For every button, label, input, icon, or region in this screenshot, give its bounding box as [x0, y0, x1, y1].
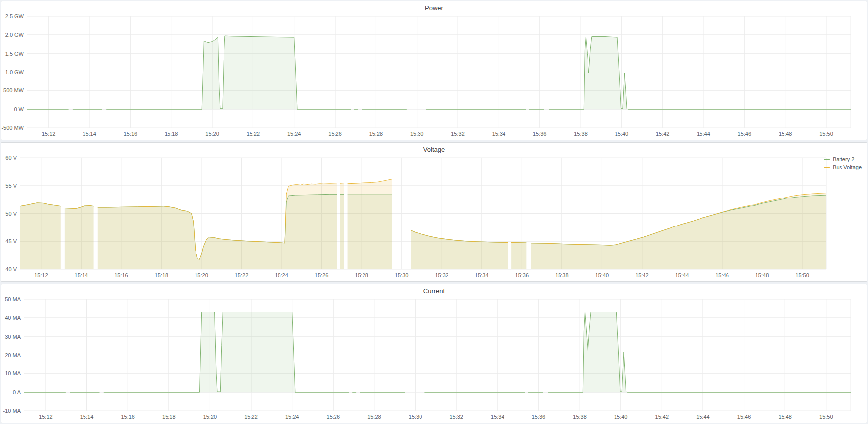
- x-tick-label: 15:50: [819, 131, 833, 137]
- x-tick-label: 15:48: [779, 131, 792, 137]
- x-tick-label: 15:50: [819, 414, 833, 420]
- x-tick-label: 15:44: [675, 272, 689, 278]
- series-line-current: [24, 312, 851, 393]
- x-tick-label: 15:14: [80, 414, 94, 420]
- x-axis-labels: 15:1215:1415:1615:1815:2015:2215:2415:26…: [39, 414, 833, 420]
- x-tick-label: 15:38: [574, 131, 588, 137]
- series-fill-power: [27, 36, 851, 109]
- x-tick-label: 15:28: [369, 131, 383, 137]
- x-axis-labels: 15:1215:1415:1615:1815:2015:2215:2415:26…: [42, 131, 833, 137]
- series-fill-bus-voltage: [20, 179, 826, 269]
- series-line-power: [27, 36, 851, 109]
- y-tick-label: 30 MA: [5, 334, 21, 339]
- x-tick-label: 15:42: [656, 131, 670, 137]
- panel-voltage: 15:1215:1415:1615:1815:2015:2215:2415:26…: [1, 142, 867, 282]
- x-tick-label: 15:22: [247, 131, 260, 137]
- x-tick-label: 15:26: [315, 272, 329, 278]
- x-tick-label: 15:44: [697, 131, 710, 137]
- x-tick-label: 15:38: [555, 272, 569, 278]
- x-tick-label: 15:14: [75, 272, 88, 278]
- legend-item-bus-voltage[interactable]: Bus Voltage: [824, 164, 862, 170]
- x-tick-label: 15:18: [155, 272, 168, 278]
- x-tick-label: 15:42: [655, 414, 669, 420]
- x-tick-label: 15:24: [287, 131, 301, 137]
- y-axis-labels: 2.5 GW2.0 GW1.5 GW1.0 GW500 MW0 W-500 MW: [1, 13, 24, 131]
- y-tick-label: -500 MW: [1, 125, 24, 131]
- x-tick-label: 15:46: [737, 414, 751, 420]
- y-tick-label: 2.5 GW: [5, 13, 24, 19]
- y-tick-label: 45 V: [5, 238, 17, 244]
- current-chart-plot[interactable]: 15:1215:1415:1615:1815:2015:2215:2415:26…: [1, 284, 867, 423]
- x-tick-label: 15:14: [83, 131, 96, 137]
- x-tick-label: 15:28: [355, 272, 368, 278]
- x-tick-label: 15:20: [203, 414, 217, 420]
- y-tick-label: 1.0 GW: [5, 69, 24, 75]
- y-tick-label: 0 A: [13, 389, 21, 395]
- x-tick-label: 15:34: [492, 131, 506, 137]
- y-tick-label: 0 W: [14, 106, 24, 112]
- power-chart-plot[interactable]: 15:1215:1415:1615:1815:2015:2215:2415:26…: [1, 1, 867, 140]
- series-color-swatch-icon: [824, 159, 830, 160]
- y-axis-labels: 60 V55 V50 V45 V40 V: [5, 155, 17, 272]
- panel-title-voltage[interactable]: Voltage: [1, 146, 867, 153]
- x-tick-label: 15:50: [795, 272, 809, 278]
- x-tick-label: 15:16: [124, 131, 138, 137]
- y-tick-label: 1.5 GW: [5, 51, 24, 57]
- x-tick-label: 15:12: [39, 414, 53, 420]
- x-tick-label: 15:48: [756, 272, 769, 278]
- x-tick-label: 15:20: [205, 131, 219, 137]
- dashboard: { "colors": { "page_bg": "#eef1f5", "pan…: [0, 0, 868, 424]
- series-color-swatch-icon: [824, 167, 830, 168]
- y-tick-label: 50 MA: [5, 296, 21, 302]
- x-tick-label: 15:42: [635, 272, 649, 278]
- y-tick-label: 10 MA: [5, 370, 21, 376]
- x-tick-label: 15:40: [614, 414, 628, 420]
- x-tick-label: 15:28: [367, 414, 381, 420]
- x-tick-label: 15:36: [532, 414, 546, 420]
- voltage-chart-plot[interactable]: 15:1215:1415:1615:1815:2015:2215:2415:26…: [1, 143, 867, 281]
- legend-item-label: Bus Voltage: [833, 164, 862, 170]
- grid-lines: [24, 299, 851, 411]
- panel-title-power[interactable]: Power: [1, 4, 867, 12]
- y-tick-label: 55 V: [5, 183, 17, 189]
- y-tick-label: 500 MW: [3, 87, 24, 93]
- panel-power: 15:1215:1415:1615:1815:2015:2215:2415:26…: [1, 1, 867, 140]
- x-tick-label: 15:16: [114, 272, 128, 278]
- y-tick-label: -10 MA: [3, 408, 21, 414]
- x-tick-label: 15:18: [162, 414, 176, 420]
- x-tick-label: 15:26: [328, 131, 342, 137]
- x-tick-label: 15:32: [435, 272, 448, 278]
- x-tick-label: 15:36: [533, 131, 547, 137]
- x-tick-label: 15:30: [410, 131, 424, 137]
- x-tick-label: 15:34: [491, 414, 504, 420]
- x-tick-label: 15:20: [195, 272, 208, 278]
- x-tick-label: 15:24: [285, 414, 299, 420]
- y-tick-label: 60 V: [5, 155, 17, 161]
- x-tick-label: 15:48: [778, 414, 792, 420]
- x-tick-label: 15:22: [235, 272, 249, 278]
- y-axis-labels: 50 MA40 MA30 MA20 MA10 MA0 A-10 MA: [3, 296, 21, 414]
- panel-title-current[interactable]: Current: [1, 287, 867, 295]
- x-axis-labels: 15:1215:1415:1615:1815:2015:2215:2415:26…: [34, 272, 809, 278]
- x-tick-label: 15:16: [121, 414, 135, 420]
- x-tick-label: 15:38: [573, 414, 587, 420]
- x-tick-label: 15:46: [715, 272, 729, 278]
- x-tick-label: 15:30: [395, 272, 409, 278]
- y-tick-label: 50 V: [5, 211, 17, 217]
- x-tick-label: 15:40: [615, 131, 629, 137]
- x-tick-label: 15:44: [696, 414, 710, 420]
- x-tick-label: 15:24: [275, 272, 288, 278]
- grid-lines: [27, 16, 851, 128]
- x-tick-label: 15:32: [451, 131, 465, 137]
- y-tick-label: 40 V: [5, 266, 17, 272]
- legend: Battery 2Bus Voltage: [824, 156, 862, 172]
- series-fill-current: [24, 312, 851, 393]
- y-tick-label: 2.0 GW: [5, 32, 24, 38]
- panel-current: 15:1215:1415:1615:1815:2015:2215:2415:26…: [1, 284, 867, 423]
- x-tick-label: 15:18: [165, 131, 178, 137]
- x-tick-label: 15:22: [244, 414, 258, 420]
- legend-item-battery-2[interactable]: Battery 2: [824, 156, 862, 162]
- x-tick-label: 15:46: [738, 131, 752, 137]
- x-tick-label: 15:40: [595, 272, 609, 278]
- x-tick-label: 15:12: [34, 272, 48, 278]
